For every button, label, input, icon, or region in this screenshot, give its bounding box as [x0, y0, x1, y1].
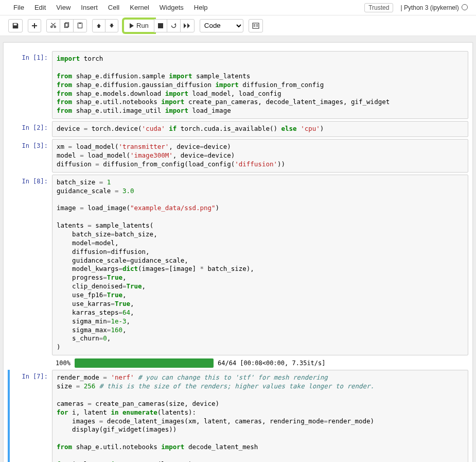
svg-rect-9 [256, 26, 258, 26]
menu-help[interactable]: Help [189, 0, 213, 15]
code-input[interactable]: render_mode = 'nerf' # you can change th… [52, 370, 468, 462]
restart-run-all-button[interactable] [180, 19, 195, 32]
progress-bar [75, 358, 214, 368]
progress-label: 64/64 [00:08<00:00, 7.35it/s] [218, 360, 326, 367]
toolbar: Run CodeMarkdownRaw NBConvertHeading [0, 15, 476, 36]
menu-kernel[interactable]: Kernel [125, 0, 154, 15]
move-down-button[interactable] [105, 19, 118, 32]
svg-rect-7 [254, 26, 255, 26]
menu-file[interactable]: File [8, 0, 29, 15]
menu-edit[interactable]: Edit [29, 0, 51, 15]
menubar: FileEditViewInsertCellKernelWidgetsHelp … [0, 0, 476, 15]
command-palette-button[interactable] [249, 19, 263, 32]
cell-prompt: In [7]: [10, 370, 52, 462]
svg-rect-6 [254, 24, 255, 25]
cell-type-select[interactable]: CodeMarkdownRaw NBConvertHeading [200, 19, 243, 32]
trusted-badge[interactable]: Trusted [364, 3, 393, 12]
progress-percent: 100% [52, 360, 70, 367]
cell-prompt: In [1]: [8, 51, 52, 119]
run-button-label: Run [136, 22, 149, 29]
code-input[interactable]: device = torch.device('cuda' if torch.cu… [52, 121, 468, 137]
menu-view[interactable]: View [51, 0, 76, 15]
copy-button[interactable] [60, 19, 74, 32]
menu-widgets[interactable]: Widgets [154, 0, 189, 15]
kernel-label: | Python 3 (ipykernel) [400, 4, 472, 11]
svg-rect-8 [256, 24, 258, 25]
move-up-button[interactable] [92, 19, 105, 32]
svg-rect-3 [79, 23, 81, 24]
cell-prompt: In [8]: [8, 175, 52, 356]
code-input[interactable]: batch_size = 1 guidance_scale = 3.0 imag… [52, 175, 468, 356]
cell-prompt: In [3]: [8, 139, 52, 173]
code-cell[interactable]: In [2]:device = torch.device('cuda' if t… [8, 121, 468, 137]
menu-cell[interactable]: Cell [103, 0, 125, 15]
interrupt-button[interactable] [154, 19, 167, 32]
code-cell[interactable]: In [7]:render_mode = 'nerf' # you can ch… [8, 370, 468, 462]
restart-button[interactable] [167, 19, 181, 32]
cut-button[interactable] [46, 19, 60, 32]
code-input[interactable]: import torch from shap_e.diffusion.sampl… [52, 51, 468, 119]
menu-insert[interactable]: Insert [76, 0, 103, 15]
progress-output: 100% 64/64 [00:08<00:00, 7.35it/s] [8, 358, 468, 368]
code-cell[interactable]: In [8]:batch_size = 1 guidance_scale = 3… [8, 175, 468, 356]
paste-button[interactable] [73, 19, 87, 32]
save-button[interactable] [8, 19, 23, 32]
cell-prompt: In [2]: [8, 121, 52, 137]
notebook-container: In [1]:import torch from shap_e.diffusio… [0, 36, 476, 462]
kernel-status-icon [462, 4, 468, 10]
svg-rect-4 [158, 23, 163, 28]
run-button[interactable]: Run [124, 19, 154, 32]
add-cell-button[interactable] [28, 19, 41, 32]
code-cell[interactable]: In [1]:import torch from shap_e.diffusio… [8, 51, 468, 119]
code-cell[interactable]: In [3]:xm = load_model('transmitter', de… [8, 139, 468, 173]
code-input[interactable]: xm = load_model('transmitter', device=de… [52, 139, 468, 173]
